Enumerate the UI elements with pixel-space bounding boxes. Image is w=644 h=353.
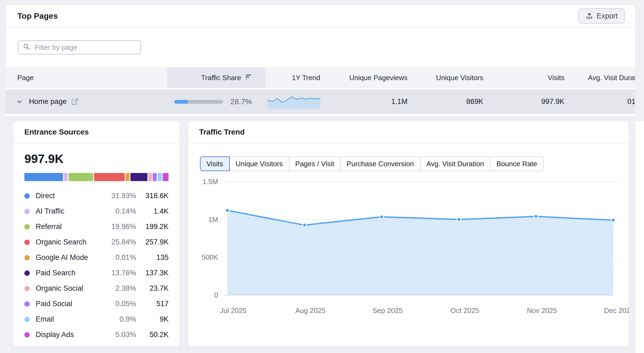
tab-avg-visit-duration[interactable]: Avg. Visit Duration: [420, 156, 491, 171]
entrance-sources-card: Entrance Sources 997.9K Direct31.93%318.…: [13, 121, 180, 347]
chevron-down-icon[interactable]: [16, 98, 23, 105]
legend-value: 318.6K: [136, 192, 169, 200]
legend-dot-ai-traffic: [24, 209, 30, 214]
upload-icon: [586, 12, 593, 20]
cell-unique-visitors: 869K: [414, 89, 490, 114]
table-row[interactable]: Home page28.7%1.1M869K997.9K01:31: [6, 89, 635, 114]
sparkline-chart: [268, 95, 320, 109]
column-header-unique-visitors[interactable]: Unique Visitors: [414, 67, 490, 88]
column-header-page[interactable]: Page: [6, 67, 167, 88]
legend-row-display-ads[interactable]: Display Ads5.03%50.2K: [24, 327, 169, 342]
legend-value: 50.2K: [136, 331, 169, 339]
bar-segment-referral: [69, 173, 93, 181]
cell-unique-pageviews: 1.1M: [347, 89, 414, 114]
legend-dot-direct: [24, 193, 30, 199]
legend-row-referral[interactable]: Referral19.96%199.2K: [24, 219, 169, 234]
table-header: PageTraffic Share1Y TrendUnique Pageview…: [6, 67, 635, 88]
legend-percent: 19.96%: [96, 223, 136, 231]
traffic-share-fill: [174, 100, 188, 104]
top-pages-card: Top Pages Export PageTraffic Share1Y Tre…: [5, 5, 635, 117]
legend-dot-organic-social: [24, 286, 30, 291]
column-header-label: Page: [17, 74, 34, 82]
column-header-traffic-share[interactable]: Traffic Share: [167, 67, 265, 88]
tab-bounce-rate[interactable]: Bounce Rate: [490, 156, 544, 171]
legend-percent: 5.03%: [96, 331, 136, 339]
legend-value: 199.2K: [136, 223, 169, 231]
column-header-visits[interactable]: Visits: [490, 67, 571, 88]
svg-text:500K: 500K: [202, 253, 218, 261]
legend-value: 517: [136, 300, 169, 308]
legend-dot-organic-search: [24, 240, 30, 245]
tab-unique-visitors[interactable]: Unique Visitors: [229, 156, 289, 171]
column-header-unique-pageviews[interactable]: Unique Pageviews: [347, 67, 414, 88]
column-header-avg-visit-duration[interactable]: Avg. Visit Duration: [571, 67, 635, 88]
legend-dot-paid-social: [24, 301, 30, 307]
svg-text:1M: 1M: [208, 215, 218, 224]
legend-row-email[interactable]: Email0.9%9K: [24, 312, 169, 327]
svg-text:Aug 2025: Aug 2025: [295, 306, 326, 315]
entrance-sources-bar: [24, 173, 169, 181]
traffic-trend-card: Traffic Trend VisitsUnique VisitorsPages…: [188, 121, 629, 347]
bar-segment-paid-social: [153, 173, 157, 181]
legend-row-paid-social[interactable]: Paid Social0.05%517: [24, 296, 169, 312]
entrance-sources-title: Entrance Sources: [24, 128, 89, 136]
legend-value: 135: [136, 253, 169, 262]
traffic-trend-header: Traffic Trend: [188, 121, 629, 143]
legend-row-organic-search[interactable]: Organic Search25.84%257.9K: [24, 234, 169, 250]
tab-visits[interactable]: Visits: [200, 156, 230, 171]
entrance-sources-body: 997.9K Direct31.93%318.6KAI Traffic0.14%…: [14, 152, 179, 342]
cell-visits: 997.9K: [490, 89, 571, 114]
bar-segment-display-ads: [163, 173, 169, 181]
legend-value: 23.7K: [136, 284, 169, 293]
svg-text:Dec 2025: Dec 2025: [604, 306, 629, 315]
filter-input[interactable]: [34, 43, 136, 52]
svg-text:Sep 2025: Sep 2025: [373, 306, 403, 315]
legend-value: 137.3K: [136, 269, 169, 277]
bar-segment-direct: [24, 173, 63, 181]
page-title: Top Pages: [17, 11, 58, 21]
legend-row-google-ai-mode[interactable]: Google AI Mode0.01%135: [24, 250, 169, 265]
legend-row-ai-traffic[interactable]: AI Traffic0.14%1.4K: [24, 204, 169, 219]
top-pages-panel: Top Pages Export PageTraffic Share1Y Tre…: [0, 0, 644, 353]
legend-dot-paid-search: [24, 270, 30, 276]
legend-percent: 2.38%: [96, 284, 136, 293]
column-header-label: Traffic Share: [201, 74, 241, 82]
legend-percent: 0.05%: [96, 300, 136, 308]
bar-segment-google-ai-mode: [126, 173, 130, 181]
svg-text:1.5M: 1.5M: [202, 178, 218, 186]
bar-segment-organic-social: [148, 173, 152, 181]
column-header-label: Avg. Visit Duration: [588, 74, 635, 82]
legend-percent: 0.14%: [96, 207, 136, 215]
column-header-label: Visits: [548, 74, 564, 82]
legend-percent: 0.01%: [96, 253, 136, 262]
legend-percent: 25.84%: [96, 238, 136, 246]
legend-percent: 13.76%: [96, 269, 136, 277]
legend-label: Email: [36, 315, 96, 323]
external-link-icon[interactable]: [71, 98, 79, 106]
svg-text:Oct 2025: Oct 2025: [451, 306, 479, 315]
export-button[interactable]: Export: [579, 8, 625, 24]
legend-row-direct[interactable]: Direct31.93%318.6K: [24, 188, 169, 204]
legend-row-paid-search[interactable]: Paid Search13.76%137.3K: [24, 265, 169, 281]
legend-percent: 31.93%: [96, 192, 136, 200]
tab-pages-visit[interactable]: Pages / Visit: [289, 156, 341, 171]
column-header-label: Unique Visitors: [436, 74, 483, 82]
tab-purchase-conversion[interactable]: Purchase Conversion: [340, 156, 420, 171]
right-edge-strip: [635, 121, 644, 353]
legend-label: Paid Search: [36, 269, 96, 277]
column-header-label: Unique Pageviews: [349, 74, 408, 82]
bar-segment-paid-search: [130, 173, 147, 181]
legend-label: Direct: [36, 192, 96, 200]
export-label: Export: [597, 12, 618, 20]
traffic-trend-title: Traffic Trend: [199, 128, 245, 136]
cell-1y-trend: [265, 89, 347, 114]
bar-segment-ai-traffic: [64, 173, 68, 181]
legend-label: Google AI Mode: [36, 253, 96, 262]
entrance-sources-legend: Direct31.93%318.6KAI Traffic0.14%1.4KRef…: [24, 188, 169, 342]
traffic-share-bar: [174, 100, 223, 104]
svg-text:Jul 2025: Jul 2025: [220, 306, 247, 315]
column-header-1y-trend[interactable]: 1Y Trend: [265, 67, 347, 88]
filter-box: [18, 40, 141, 54]
legend-row-organic-social[interactable]: Organic Social2.38%23.7K: [24, 281, 169, 296]
traffic-trend-chart: 0500K1M1.5MJul 2025Aug 2025Sep 2025Oct 2…: [188, 170, 629, 327]
